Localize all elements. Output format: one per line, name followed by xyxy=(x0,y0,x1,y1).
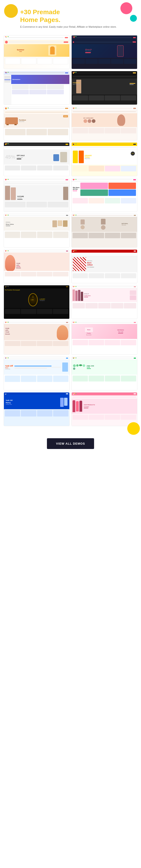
demo-card-18[interactable]: Blush Powder Blush ##### Refresh Your Lo… xyxy=(72,321,137,355)
demo-card-4[interactable]: Fashion New Collection xyxy=(72,71,137,105)
demo-mockup-4: Fashion New Collection xyxy=(72,71,137,104)
demo-card-9[interactable]: FUTURE IS NOW MODERN xyxy=(4,178,69,212)
demo-mockup-22: OUR PRODUCTS Cosmetics xyxy=(72,393,137,426)
demo-card-14[interactable]: NATURAL BornGifted Go Collection xyxy=(72,249,137,283)
demo-card-19[interactable]: %40 Off Hurry Limited offer xyxy=(4,356,69,391)
demo-card-13[interactable]: YOUR LIPS YOUR RULES xyxy=(4,249,69,283)
demo-card-10[interactable]: We Have All the Good xyxy=(72,178,137,212)
demo-card-21[interactable]: %40 OffHurry Limited offer xyxy=(4,392,69,426)
demo-mockup-14: NATURAL BornGifted Go Collection xyxy=(72,250,137,283)
demo-mockup-7: 45% OFF SALE Limited time xyxy=(4,143,69,176)
demo-card-15[interactable]: The Praedium Chronograph Luxury Timepiec… xyxy=(4,285,69,319)
demo-mockup-6: By Category xyxy=(72,107,137,140)
demo-card-12[interactable]: Natural Skincare xyxy=(72,214,137,248)
demo-card-3[interactable]: Marketplace xyxy=(4,71,69,105)
demo-card-17[interactable]: YOURLIPSYOURRULES xyxy=(4,321,69,355)
demo-card-20[interactable]: Free Join To Be xyxy=(72,356,137,391)
demo-mockup-18: Blush Powder Blush ##### Refresh Your Lo… xyxy=(72,321,137,354)
demo-mockup-11: MINIMAL Shop Online xyxy=(4,214,69,247)
cta-section: VIEW ALL DEMOS xyxy=(0,431,141,458)
view-all-demos-button[interactable]: VIEW ALL DEMOS xyxy=(47,438,94,449)
demo-mockup-8: Orange Yellow Shop Now NEW xyxy=(72,143,137,176)
demo-mockup-13: YOUR LIPS YOUR RULES xyxy=(4,250,69,283)
demo-mockup-9: FUTURE IS NOW MODERN xyxy=(4,178,69,212)
demo-mockup-2: iPhone 91 New Arrival xyxy=(72,35,137,69)
demo-mockup-10: We Have All the Good xyxy=(72,178,137,212)
demo-mockup-16: Makeup Collection xyxy=(72,285,137,319)
demo-card-6[interactable]: By Category xyxy=(72,106,137,141)
demo-mockup-3: Marketplace xyxy=(4,71,69,104)
demo-card-16[interactable]: Makeup Collection xyxy=(72,285,137,319)
demo-card-5[interactable]: Furniture Shop Now SALE xyxy=(4,106,69,141)
header-section: +30 Premade Home Pages. E-Commerce in an… xyxy=(0,0,141,33)
demo-mockup-1: Summer Sale xyxy=(4,35,69,69)
demo-mockup-17: YOURLIPSYOURRULES xyxy=(4,321,69,354)
demo-card-2[interactable]: iPhone 91 New Arrival xyxy=(72,35,137,69)
demo-mockup-20: Free Join To Be xyxy=(72,357,137,390)
title-highlight: +30 xyxy=(20,8,31,16)
demo-mockup-12: Natural Skincare xyxy=(72,214,137,247)
demo-card-8[interactable]: Orange Yellow Shop Now NEW xyxy=(72,142,137,176)
header-content: +30 Premade Home Pages. E-Commerce in an… xyxy=(7,8,134,29)
demo-mockup-15: The Praedium Chronograph Luxury Timepiec… xyxy=(4,285,69,319)
demo-mockup-19: %40 Off Hurry Limited offer xyxy=(4,357,69,390)
demo-mockup-5: Furniture Shop Now SALE xyxy=(4,107,69,140)
demo-card-7[interactable]: 45% OFF SALE Limited time xyxy=(4,142,69,176)
subtitle: E-Commerce in any kind. Easily make your… xyxy=(20,25,134,29)
demo-mockup-21: %40 OffHurry Limited offer xyxy=(4,393,69,426)
demo-card-1[interactable]: Summer Sale xyxy=(4,35,69,69)
demo-card-22[interactable]: OUR PRODUCTS Cosmetics xyxy=(72,392,137,426)
demo-card-11[interactable]: MINIMAL Shop Online xyxy=(4,214,69,248)
demos-grid: Summer Sale xyxy=(0,33,141,428)
page-title: +30 Premade Home Pages. xyxy=(20,8,134,24)
